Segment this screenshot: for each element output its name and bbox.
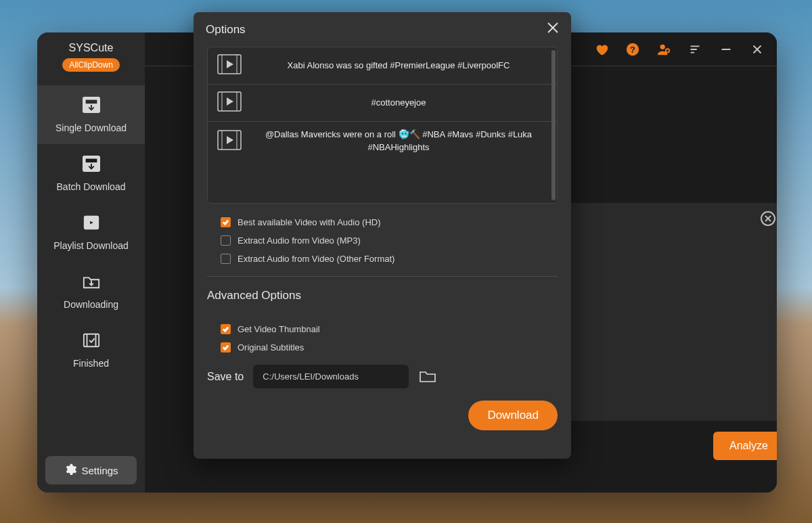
settings-label: Settings	[81, 465, 118, 476]
film-check-icon	[81, 332, 102, 351]
svg-text:?: ?	[630, 44, 635, 54]
save-to-label: Save to	[207, 371, 244, 383]
settings-button[interactable]: Settings	[45, 456, 137, 484]
modal-title: Options	[206, 23, 246, 37]
add-user-icon[interactable]	[656, 42, 671, 57]
folder-down-icon	[81, 273, 102, 292]
sidebar-item-label: Batch Download	[57, 181, 126, 192]
download-file-icon	[81, 155, 102, 175]
video-list-item[interactable]: Xabi Alonso was so gifted #PremierLeague…	[208, 47, 557, 85]
svg-marker-30	[227, 97, 233, 106]
gear-icon	[64, 463, 77, 478]
sidebar-item-batch-download[interactable]: Batch Download	[37, 144, 145, 203]
svg-marker-34	[227, 136, 233, 144]
svg-marker-26	[227, 60, 233, 68]
option-label: Get Video Thumbnail	[238, 324, 320, 334]
video-title: #cottoneyejoe	[250, 97, 547, 110]
film-icon	[217, 54, 242, 77]
video-list-item[interactable]: @Dallas Mavericks were on a roll 🥶🔨 #NBA…	[208, 122, 557, 161]
format-option-other[interactable]: Extract Audio from Video (Other Format)	[221, 254, 558, 264]
playlist-icon	[81, 214, 102, 233]
sidebar-item-finished[interactable]: Finished	[37, 321, 145, 380]
browse-folder-button[interactable]	[418, 367, 437, 386]
svg-rect-1	[85, 99, 97, 104]
format-option-hd[interactable]: Best available Video with Audio (HD)	[221, 217, 558, 227]
menu-icon[interactable]	[687, 42, 702, 57]
heart-icon[interactable]	[594, 42, 609, 57]
help-icon[interactable]: ?	[625, 42, 640, 57]
sidebar-item-downloading[interactable]: Downloading	[37, 262, 145, 321]
sidebar-item-single-download[interactable]: Single Download	[37, 85, 145, 144]
save-to-row: Save to C:/Users/LEI/Downloads	[207, 365, 558, 388]
analyze-label: Analyze	[729, 440, 768, 452]
brand-subtitle-badge: AllClipDown	[62, 58, 120, 72]
advanced-options-title: Advanced Options	[207, 289, 558, 302]
sidebar-item-label: Downloading	[64, 299, 118, 310]
svg-rect-6	[83, 334, 98, 347]
advanced-option-thumbnail[interactable]: Get Video Thumbnail	[221, 324, 558, 334]
svg-rect-3	[85, 158, 97, 163]
advanced-option-subtitles[interactable]: Original Subtitles	[221, 342, 558, 353]
sidebar-item-label: Playlist Download	[53, 240, 129, 251]
option-label: Extract Audio from Video (Other Format)	[238, 254, 394, 264]
video-list[interactable]: Xabi Alonso was so gifted #PremierLeague…	[207, 47, 558, 204]
sidebar-item-playlist-download[interactable]: Playlist Download	[37, 203, 145, 262]
option-label: Extract Audio from Video (MP3)	[238, 235, 361, 246]
brand: SYSCute AllClipDown	[37, 32, 145, 76]
sidebar-nav: Single Download Batch Download Playlist …	[37, 85, 145, 380]
download-button[interactable]: Download	[468, 401, 558, 430]
brand-title: SYSCute	[37, 42, 145, 54]
video-title: @Dallas Mavericks were on a roll 🥶🔨 #NBA…	[250, 129, 547, 154]
sidebar-item-label: Single Download	[55, 122, 127, 133]
download-label: Download	[487, 409, 539, 422]
option-label: Original Subtitles	[238, 342, 304, 353]
format-option-mp3[interactable]: Extract Audio from Video (MP3)	[221, 235, 558, 246]
option-label: Best available Video with Audio (HD)	[238, 217, 381, 227]
modal-close-button[interactable]	[547, 22, 559, 37]
film-icon	[217, 130, 242, 153]
advanced-options: Get Video Thumbnail Original Subtitles	[207, 324, 558, 353]
download-file-icon	[81, 96, 102, 116]
sidebar-item-label: Finished	[73, 358, 109, 369]
svg-point-11	[660, 44, 665, 49]
film-icon	[217, 91, 242, 114]
modal-body: Xabi Alonso was so gifted #PremierLeague…	[194, 47, 571, 459]
modal-header: Options	[194, 12, 571, 47]
analyze-button[interactable]: Analyze	[713, 432, 777, 460]
options-modal: Options Xabi Alonso was so gifted #Premi…	[194, 12, 571, 459]
video-list-item[interactable]: #cottoneyejoe	[208, 85, 557, 122]
url-panel-close-button[interactable]	[761, 211, 775, 226]
minimize-icon[interactable]	[719, 42, 734, 57]
format-options: Best available Video with Audio (HD) Ext…	[207, 217, 558, 264]
video-title: Xabi Alonso was so gifted #PremierLeague…	[250, 60, 547, 72]
close-icon[interactable]	[750, 42, 765, 57]
save-path-field[interactable]: C:/Users/LEI/Downloads	[253, 365, 409, 388]
divider	[207, 276, 558, 277]
sidebar: SYSCute AllClipDown Single Download Batc…	[37, 32, 145, 493]
